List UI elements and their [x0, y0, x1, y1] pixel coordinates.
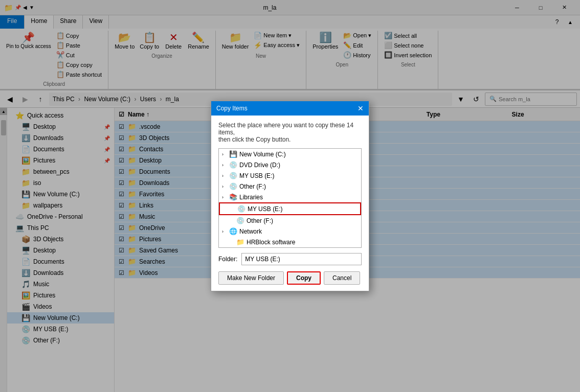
tree-item-icon: 💾: [229, 150, 237, 158]
tree-item-label: Network: [239, 228, 262, 235]
tree-item[interactable]: › 💿 MY USB (E:): [219, 170, 361, 181]
dialog-buttons: Make New Folder Copy Cancel: [218, 271, 362, 285]
tree-item[interactable]: 📁 HRBlock software: [219, 237, 361, 247]
folder-input-row: Folder:: [218, 253, 362, 265]
tree-chevron: ›: [222, 184, 227, 189]
tree-item-label: Other (F:): [247, 217, 273, 224]
modal-overlay: Copy Items ✕ Select the place where you …: [0, 0, 580, 392]
tree-chevron: ›: [222, 195, 227, 200]
tree-item[interactable]: › 🌐 Network: [219, 226, 361, 237]
tree-item-icon: 💿: [237, 205, 246, 213]
copy-dialog-copy-button[interactable]: Copy: [287, 271, 321, 285]
tree-item[interactable]: › 💿 Other (F:): [219, 181, 361, 192]
tree-item[interactable]: 💿 Other (F:): [219, 215, 361, 226]
tree-item-icon: 💿: [236, 217, 244, 224]
tree-item-label: HRBlock software: [247, 239, 295, 246]
tree-item[interactable]: › 📚 Libraries: [219, 192, 361, 202]
tree-item-label: DVD Drive (D:): [239, 162, 280, 169]
dialog-title-text: Copy Items: [216, 105, 248, 112]
tree-item-icon: 📚: [229, 193, 237, 201]
tree-chevron: ›: [222, 229, 227, 234]
tree-chevron: ›: [222, 173, 227, 178]
tree-item[interactable]: › 💿 DVD Drive (D:): [219, 159, 361, 170]
tree-item-icon: 💿: [229, 172, 237, 179]
dialog-description: Select the place where you want to copy …: [218, 122, 362, 143]
tree-item-label: New Volume (C:): [239, 151, 286, 158]
make-new-folder-button[interactable]: Make New Folder: [218, 271, 284, 285]
dialog-body: Select the place where you want to copy …: [211, 116, 369, 291]
tree-item[interactable]: 💿 MY USB (E:): [219, 202, 361, 215]
copy-tree[interactable]: › 💾 New Volume (C:) › 💿 DVD Drive (D:) ›…: [218, 148, 362, 248]
tree-item-icon: 📁: [236, 238, 244, 246]
tree-item-label: Other (F:): [239, 183, 266, 190]
copy-dialog: Copy Items ✕ Select the place where you …: [211, 101, 369, 291]
dialog-title-bar: Copy Items ✕: [211, 101, 369, 116]
tree-item-label: MY USB (E:): [239, 172, 274, 179]
tree-item-label: Libraries: [239, 194, 263, 201]
tree-item-icon: 🌐: [229, 227, 237, 235]
cancel-button[interactable]: Cancel: [324, 271, 360, 285]
tree-item-label: MY USB (E:): [248, 205, 282, 213]
folder-input[interactable]: [241, 253, 362, 265]
tree-item-icon: 💿: [229, 182, 237, 190]
tree-chevron: ›: [222, 163, 227, 168]
tree-item-icon: 💿: [229, 161, 237, 169]
dialog-close-button[interactable]: ✕: [358, 104, 364, 112]
folder-label: Folder:: [218, 256, 237, 263]
tree-chevron: ›: [222, 152, 227, 157]
tree-items-container: › 💾 New Volume (C:) › 💿 DVD Drive (D:) ›…: [219, 149, 361, 247]
tree-item[interactable]: › 💾 New Volume (C:): [219, 149, 361, 159]
